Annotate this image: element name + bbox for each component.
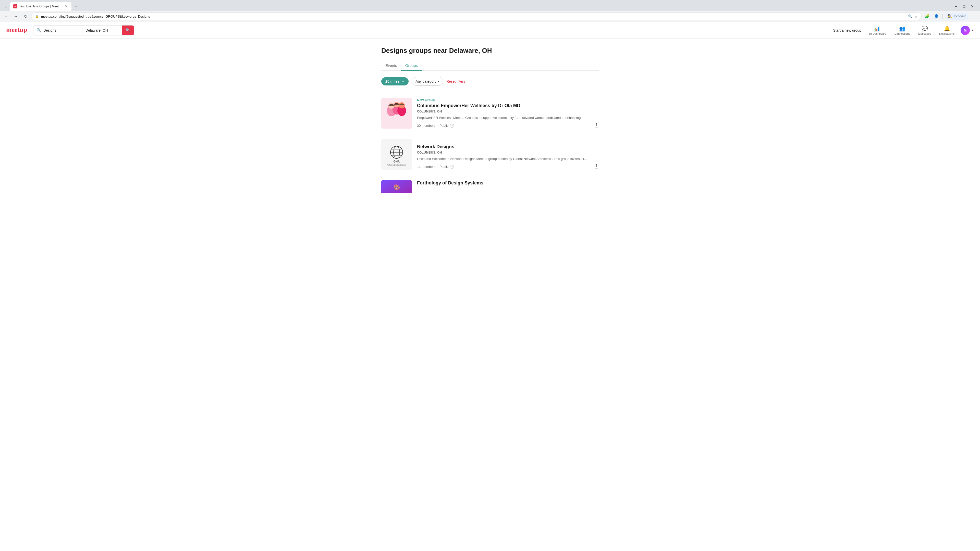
app-header: meetup 🔍 🔍 Start a new group 📊 Pro Dashb… xyxy=(0,22,980,38)
share-button[interactable] xyxy=(594,123,599,129)
extensions-button[interactable]: 🧩 xyxy=(923,12,931,21)
svg-text:Network Design Experts: Network Design Experts xyxy=(387,164,406,166)
group-name[interactable]: Network Designs xyxy=(417,144,599,150)
category-filter-chevron-icon: ▾ xyxy=(438,79,439,83)
group-name[interactable]: Forthology of Design Systems xyxy=(417,180,599,186)
minimize-button[interactable]: − xyxy=(953,3,959,10)
address-search-icon[interactable]: 🔍 xyxy=(908,14,912,18)
address-bar-row: ← → ↻ 🔒 🔍 ☆ 🧩 👤 🕵️ Incognito ⋮ xyxy=(0,11,980,22)
group-card: 🎨 Forthology of Design Systems xyxy=(381,175,599,193)
tab-close-button[interactable]: ✕ xyxy=(64,4,68,9)
pro-dashboard-nav[interactable]: 📊 Pro Dashboard xyxy=(865,24,888,36)
svg-text:GNA: GNA xyxy=(393,160,400,163)
group-image: GNA Network Design Experts xyxy=(381,139,412,170)
share-button[interactable] xyxy=(594,164,599,170)
incognito-icon: 🕵️ xyxy=(947,14,952,19)
close-window-button[interactable]: ✕ xyxy=(969,3,976,10)
incognito-label: Incognito xyxy=(954,14,966,18)
group-image: 🎨 xyxy=(381,180,412,193)
reload-button[interactable]: ↻ xyxy=(21,12,30,21)
tab-groups[interactable]: Groups xyxy=(401,61,422,71)
search-button[interactable]: 🔍 xyxy=(122,25,134,35)
group-name[interactable]: Columbus EmpowerHer Wellness by Dr Ola M… xyxy=(417,103,599,109)
search-bar-inner: 🔍 xyxy=(33,28,82,33)
svg-text:M: M xyxy=(964,29,967,32)
lock-icon: 🔒 xyxy=(35,14,39,18)
group-meta-left: 30 members · Public ? xyxy=(417,124,454,128)
back-button[interactable]: ← xyxy=(2,12,10,21)
tab-events[interactable]: Events xyxy=(381,61,401,71)
group-description: Hello and Welcome to Network Designs Mee… xyxy=(417,156,599,162)
visibility-label: Public xyxy=(439,124,449,127)
page-title: Designs groups near Delaware, OH xyxy=(381,47,599,55)
pro-dashboard-icon: 📊 xyxy=(873,25,880,32)
group-info: Network Designs COLUMBUS, OH Hello and W… xyxy=(417,139,599,170)
maximize-button[interactable]: □ xyxy=(961,3,968,10)
messages-icon: 💬 xyxy=(921,25,928,32)
location-input[interactable] xyxy=(86,28,119,32)
active-tab[interactable]: M Find Events & Groups | Meetup ✕ xyxy=(10,2,72,11)
group-image xyxy=(381,98,412,129)
toolbar-divider xyxy=(942,14,943,19)
group-description: EmpowerHER Wellness Meetup Group is a su… xyxy=(417,115,599,121)
svg-text:meetup: meetup xyxy=(6,26,27,33)
avatar[interactable]: M xyxy=(961,26,970,35)
category-filter-button[interactable]: Any category ▾ xyxy=(412,77,443,86)
group-location: COLUMBUS, OH xyxy=(417,151,599,154)
avatar-chevron-icon: ▼ xyxy=(971,29,974,32)
distance-filter-chevron-icon: ▼ xyxy=(401,79,404,83)
new-group-badge: New Group xyxy=(417,98,599,102)
start-new-group-button[interactable]: Start a new group xyxy=(833,28,861,32)
connections-label: Connections xyxy=(894,32,910,35)
visibility-help-icon[interactable]: ? xyxy=(450,165,454,169)
group-meta-left: 11 members · Public ? xyxy=(417,165,454,169)
search-bar: 🔍 🔍 xyxy=(33,25,134,35)
bookmark-icon[interactable]: ☆ xyxy=(915,14,918,18)
members-count: 30 members xyxy=(417,124,435,127)
meetup-logo[interactable]: meetup xyxy=(6,25,29,35)
svg-text:🎨: 🎨 xyxy=(393,184,401,191)
visibility-help-icon[interactable]: ? xyxy=(450,124,454,128)
user-avatar-wrapper[interactable]: M ▼ xyxy=(961,26,974,35)
location-wrapper xyxy=(83,28,122,32)
group-info: New Group Columbus EmpowerHer Wellness b… xyxy=(417,98,599,129)
window-controls: − □ ✕ xyxy=(953,3,978,10)
forward-button[interactable]: → xyxy=(12,12,20,21)
group-location: COLUMBUS, OH xyxy=(417,110,599,113)
notifications-icon: 🔔 xyxy=(944,25,950,32)
group-info: Forthology of Design Systems xyxy=(417,180,599,193)
tab-title: Find Events & Groups | Meetup xyxy=(19,5,62,8)
messages-nav[interactable]: 💬 Messages xyxy=(916,24,933,36)
group-card: New Group Columbus EmpowerHer Wellness b… xyxy=(381,93,599,134)
tab-group-button[interactable]: ☰ xyxy=(2,3,9,10)
notifications-nav[interactable]: 🔔 Notifications xyxy=(937,24,956,36)
members-count: 11 members xyxy=(417,165,435,168)
visibility-label: Public xyxy=(439,165,449,168)
keyword-search-input[interactable] xyxy=(43,28,79,32)
pro-dashboard-label: Pro Dashboard xyxy=(867,32,886,35)
browser-chrome: ☰ M Find Events & Groups | Meetup ✕ + − … xyxy=(0,0,980,22)
groups-list: New Group Columbus EmpowerHer Wellness b… xyxy=(381,93,599,193)
profile-button[interactable]: 👤 xyxy=(932,12,940,21)
address-bar[interactable]: 🔒 🔍 ☆ xyxy=(31,13,921,20)
reset-filters-button[interactable]: Reset filters xyxy=(446,79,465,83)
connections-icon: 👥 xyxy=(899,25,905,32)
address-input[interactable] xyxy=(41,14,906,18)
filters-row: 25 miles ▼ Any category ▾ Reset filters xyxy=(381,77,599,86)
category-filter-label: Any category xyxy=(415,79,436,83)
incognito-badge: 🕵️ Incognito xyxy=(945,13,969,20)
browser-menu-button[interactable]: ⋮ xyxy=(970,12,978,21)
tabs-row: Events Groups xyxy=(381,61,599,71)
connections-nav[interactable]: 👥 Connections xyxy=(892,24,912,36)
messages-label: Messages xyxy=(918,32,931,35)
distance-filter-button[interactable]: 25 miles ▼ xyxy=(381,77,409,86)
toolbar-icons: 🧩 👤 🕵️ Incognito ⋮ xyxy=(923,12,978,21)
group-card: GNA Network Design Experts Network Desig… xyxy=(381,134,599,175)
distance-filter-label: 25 miles xyxy=(385,79,399,83)
meta-separator: · xyxy=(437,124,438,127)
group-meta: 11 members · Public ? xyxy=(417,164,599,170)
tab-favicon: M xyxy=(13,4,18,8)
group-meta: 30 members · Public ? xyxy=(417,123,599,129)
new-tab-button[interactable]: + xyxy=(73,3,80,10)
main-content: Designs groups near Delaware, OH Events … xyxy=(375,38,605,201)
